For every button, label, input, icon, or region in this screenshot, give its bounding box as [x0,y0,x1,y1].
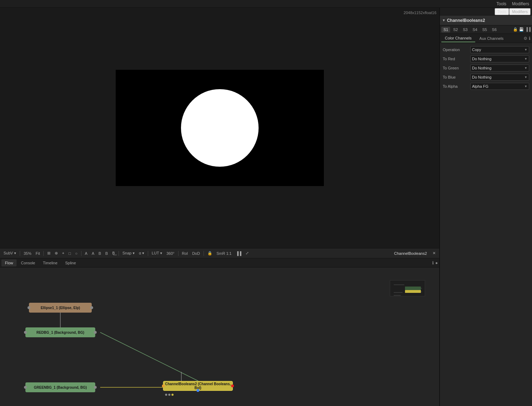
text-icon-4[interactable]: B [104,251,109,256]
view-icon-4[interactable]: □ [67,251,72,256]
to-blue-arrow: ▼ [524,75,527,79]
node-graph-area: Flow Console Timeline Spline ℹ ● [0,258,439,406]
view-icon-5[interactable]: ○ [74,251,79,256]
prop-row-to-green: To Green Do Nothing ▼ [440,63,532,73]
lock-icon[interactable]: 🔒 [206,250,214,256]
node-greenbg-label: GREENBG_1 (Background, BG) [34,386,87,389]
svg-rect-6 [405,290,421,293]
to-green-value: Do Nothing [472,66,491,70]
prop-row-operation: Operation Copy ▼ [440,45,532,54]
to-alpha-dropdown[interactable]: Alpha FG ▼ [470,83,529,90]
modifiers-tab-button[interactable]: Modifiers [509,8,531,15]
text-icon-5[interactable]: B͟ [111,250,116,256]
alpha-button[interactable]: α ▾ [138,250,146,256]
degree-button[interactable]: 360° [165,251,176,256]
tab-timeline[interactable]: Timeline [40,259,61,266]
prop-tab-color[interactable]: Color Channels [441,35,475,42]
bars-icon[interactable]: ▐▐ [525,27,531,32]
source-tab-s2[interactable]: S2 [451,27,460,32]
to-blue-dropdown[interactable]: Do Nothing ▼ [470,74,529,81]
port-ellipse-left [28,306,30,309]
to-red-label: To Red [443,57,468,61]
roi-button[interactable]: RoI [181,251,189,256]
right-panel: Tools Modifiers ▼ ChannelBooleans2 S1 S2… [440,8,532,406]
toolbar-sep-1 [20,251,20,256]
to-blue-value: Do Nothing [472,75,491,79]
node-title-arrow: ▼ [442,18,446,22]
text-icon-2[interactable]: A [90,251,96,256]
node-redbg-label: REDBG_1 (Background, BG) [36,331,84,334]
zoom-level[interactable]: 35% [22,251,33,256]
operation-value: Copy [472,48,481,52]
dod-button[interactable]: DoD [191,251,201,256]
bars-icon[interactable]: ▐▐ [234,251,243,256]
properties: Operation Copy ▼ To Red Do Nothing ▼ To … [440,43,532,406]
toolbar-sep-7 [204,251,204,256]
source-tab-s1[interactable]: S1 [441,27,450,32]
to-alpha-value: Alpha FG [472,84,488,88]
viewer-node-label: ChannelBooleans2 [394,251,427,256]
ng-icon-dot[interactable]: ● [435,260,438,265]
subv-button[interactable]: SubV ▾ [2,250,18,256]
tab-spline[interactable]: Spline [62,259,80,266]
source-tab-s3[interactable]: S3 [461,27,470,32]
tab-console[interactable]: Console [17,259,38,266]
modifiers-button[interactable]: Modifiers [512,1,529,6]
to-red-dropdown[interactable]: Do Nothing ▼ [470,55,529,62]
snap-button[interactable]: Snap ▾ [121,250,136,256]
node-title-bar: ▼ ChannelBooleans2 [440,16,532,25]
viewer-toolbar: SubV ▾ 35% Fit ⊞ ⊕ ⌖ □ ○ A A B B B͟ Snap… [0,248,439,258]
viewer[interactable]: 2048x1152xfloat16 [0,8,439,248]
node-graph-canvas[interactable]: Ellipse1_1 (Ellipse, Elp) REDBG_1 (Backg… [0,267,439,406]
tab-flow[interactable]: Flow [1,259,17,266]
port-greenbg-left [24,386,27,389]
tools-button[interactable]: Tools [496,1,506,6]
node-ellipse-label: Ellipse1_1 (Ellipse, Elp) [41,306,80,310]
to-green-dropdown[interactable]: Do Nothing ▼ [470,64,529,72]
ng-icon-info[interactable]: ℹ [432,260,434,265]
view-icon-3[interactable]: ⌖ [61,250,66,256]
view-icon-2[interactable]: ⊕ [53,250,59,256]
text-icon-3[interactable]: B [97,251,102,256]
prop-tab-aux[interactable]: Aux Channels [476,35,507,42]
svg-line-8 [100,332,198,381]
node-ellipse[interactable]: Ellipse1_1 (Ellipse, Elp) [29,303,92,313]
to-alpha-label: To Alpha [443,84,468,88]
viewer-resolution: 2048x1152xfloat16 [404,11,436,15]
port-cb-bottom [197,389,199,392]
source-tab-s6[interactable]: S6 [490,27,498,32]
tools-tab-button[interactable]: Tools [495,8,509,15]
lock-icon[interactable]: 🔒 [513,27,518,32]
port-redbg-left [24,331,27,334]
node-channelbooleans-label: ChannelBooleans2 (Channel Booleans, Bol) [163,382,232,390]
to-green-label: To Green [443,66,468,70]
prop-gear-icon[interactable]: ⚙ [524,36,527,41]
node-title-text: ChannelBooleans2 [447,18,485,23]
text-icon[interactable]: A [84,251,89,256]
expand-icon[interactable]: ⤢ [244,250,250,256]
cb-port-dots [165,394,174,396]
source-tab-s4[interactable]: S4 [470,27,479,32]
fit-button[interactable]: Fit [34,251,41,256]
node-greenbg[interactable]: GREENBG_1 (Background, BG) [25,382,95,392]
smr-button[interactable]: SmR 1:1 [215,251,233,256]
source-tab-s5[interactable]: S5 [480,27,489,32]
to-blue-label: To Blue [443,75,468,79]
to-green-arrow: ▼ [524,66,527,70]
prop-tab-icons: ⚙ ℹ [524,36,531,41]
node-redbg[interactable]: REDBG_1 (Background, BG) [25,327,95,337]
node-channelbooleans[interactable]: ChannelBooleans2 (Channel Booleans, Bol) [163,381,233,391]
view-icon-1[interactable]: ⊞ [46,250,52,256]
toolbar-sep-5 [148,251,148,256]
viewer-close-icon[interactable]: ✕ [431,250,437,256]
to-red-value: Do Nothing [472,57,491,61]
operation-dropdown[interactable]: Copy ▼ [470,46,529,53]
lut-button[interactable]: LUT ▾ [150,250,164,256]
operation-label: Operation [443,48,468,52]
toolbar-sep-4 [119,251,119,256]
prop-info-icon[interactable]: ℹ [529,36,531,41]
prop-row-to-red: To Red Do Nothing ▼ [440,54,532,63]
viewer-area: 2048x1152xfloat16 SubV ▾ 35% Fit ⊞ ⊕ ⌖ □… [0,8,440,406]
port-greenbg-right [94,386,97,389]
save-icon[interactable]: 💾 [519,27,524,32]
